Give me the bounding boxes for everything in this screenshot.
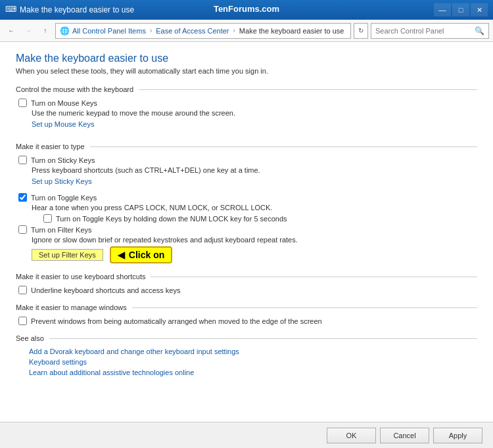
section-divider-4 [132, 307, 477, 308]
filter-keys-checkbox[interactable] [18, 225, 27, 234]
breadcrumb-all-control-panel[interactable]: All Control Panel Items [72, 27, 146, 35]
back-button[interactable]: ← [4, 24, 18, 38]
section-mouse-keyboard: Control the mouse with the keyboard Turn… [16, 85, 477, 133]
section-divider [139, 89, 477, 90]
setup-filter-keys-button[interactable]: Set up Filter Keys [32, 249, 103, 261]
maximize-button[interactable]: □ [452, 3, 469, 16]
address-bar: 🌐 All Control Panel Items › Ease of Acce… [55, 23, 351, 39]
sticky-keys-label: Turn on Sticky Keys [31, 156, 95, 164]
cancel-button[interactable]: Cancel [380, 428, 429, 443]
prevent-arrange-checkbox[interactable] [18, 317, 27, 325]
bottom-bar: OK Cancel Apply [0, 422, 493, 448]
filter-keys-label: Turn on Filter Keys [31, 226, 92, 234]
breadcrumb-ease-of-access[interactable]: Ease of Access Center [156, 27, 229, 35]
search-input[interactable] [375, 27, 475, 35]
underline-keys-checkbox[interactable] [18, 286, 27, 294]
section-divider-2 [90, 146, 477, 147]
section-keyboard-shortcuts: Make it easier to use keyboard shortcuts… [16, 273, 477, 294]
filter-keys-description: Ignore or slow down brief or repeated ke… [18, 236, 477, 244]
option-underline-keys: Underline keyboard shortcuts and access … [16, 286, 477, 294]
toggle-keys-hold-checkbox[interactable] [43, 214, 52, 223]
toggle-keys-checkbox[interactable] [18, 193, 27, 202]
option-toggle-keys: Turn on Toggle Keys Hear a tone when you… [16, 193, 477, 223]
setup-mouse-keys-link[interactable]: Set up Mouse Keys [18, 120, 94, 128]
section-divider-3 [151, 277, 477, 277]
see-also-link-1[interactable]: Add a Dvorak keyboard and change other k… [16, 347, 477, 355]
page-title: Make the keyboard easier to use [16, 53, 477, 64]
see-also-section: See also Add a Dvorak keyboard and chang… [16, 334, 477, 376]
setup-sticky-keys-link[interactable]: Set up Sticky Keys [18, 177, 92, 185]
window-controls: — □ ✕ [434, 3, 488, 16]
option-sticky-keys: Turn on Sticky Keys Press keyboard short… [16, 156, 477, 190]
prevent-arrange-label: Prevent windows from being automatically… [31, 317, 322, 325]
nav-bar: ← → ↑ 🌐 All Control Panel Items › Ease o… [0, 20, 493, 42]
toggle-keys-hold-label: Turn on Toggle Keys by holding down the … [56, 215, 287, 223]
refresh-button[interactable]: ↻ [354, 23, 368, 39]
section-label-type: Make it easier to type [16, 143, 85, 150]
ok-button[interactable]: OK [327, 428, 376, 443]
sticky-keys-checkbox[interactable] [18, 156, 27, 164]
content-area: Make the keyboard easier to use When you… [0, 42, 493, 422]
apply-button[interactable]: Apply [433, 428, 482, 443]
forward-button: → [21, 24, 35, 38]
section-easier-type: Make it easier to type Turn on Sticky Ke… [16, 143, 477, 263]
section-divider-5 [49, 338, 477, 339]
title-bar: ⌨ Make the keyboard easier to use TenFor… [0, 0, 493, 20]
section-label-shortcuts: Make it easier to use keyboard shortcuts [16, 273, 145, 280]
section-manage-windows: Make it easier to manage windows Prevent… [16, 303, 477, 325]
section-label-mouse: Control the mouse with the keyboard [16, 85, 133, 93]
search-icon[interactable]: 🔍 [475, 26, 484, 35]
mouse-keys-label: Turn on Mouse Keys [31, 99, 97, 107]
window-icon: ⌨ [5, 5, 16, 15]
search-box: 🔍 [371, 23, 489, 39]
click-tooltip: Click on [110, 246, 172, 263]
page-subtitle: When you select these tools, they will a… [16, 67, 477, 75]
option-prevent-arrange: Prevent windows from being automatically… [16, 317, 477, 325]
toggle-keys-nested: Turn on Toggle Keys by holding down the … [18, 214, 477, 223]
toggle-keys-description: Hear a tone when you press CAPS LOCK, NU… [18, 204, 477, 212]
up-button[interactable]: ↑ [38, 24, 53, 38]
breadcrumb-current: Make the keyboard easier to use [239, 27, 344, 35]
option-mouse-keys: Turn on Mouse Keys Use the numeric keypa… [16, 99, 477, 133]
mouse-keys-checkbox[interactable] [18, 99, 27, 107]
toggle-keys-label: Turn on Toggle Keys [31, 194, 97, 202]
underline-keys-label: Underline keyboard shortcuts and access … [31, 286, 180, 294]
option-filter-keys: Turn on Filter Keys Ignore or slow down … [16, 225, 477, 263]
see-also-link-3[interactable]: Learn about additional assistive technol… [16, 369, 477, 376]
close-button[interactable]: ✕ [471, 3, 488, 16]
section-label-windows: Make it easier to manage windows [16, 303, 127, 311]
see-also-link-2[interactable]: Keyboard settings [16, 358, 477, 366]
mouse-keys-description: Use the numeric keypad to move the mouse… [18, 109, 477, 117]
minimize-button[interactable]: — [434, 3, 451, 16]
see-also-label: See also [16, 334, 44, 342]
watermark: TenForums.com [214, 4, 279, 14]
sticky-keys-description: Press keyboard shortcuts (such as CTRL+A… [18, 166, 477, 174]
address-icon: 🌐 [60, 26, 70, 35]
